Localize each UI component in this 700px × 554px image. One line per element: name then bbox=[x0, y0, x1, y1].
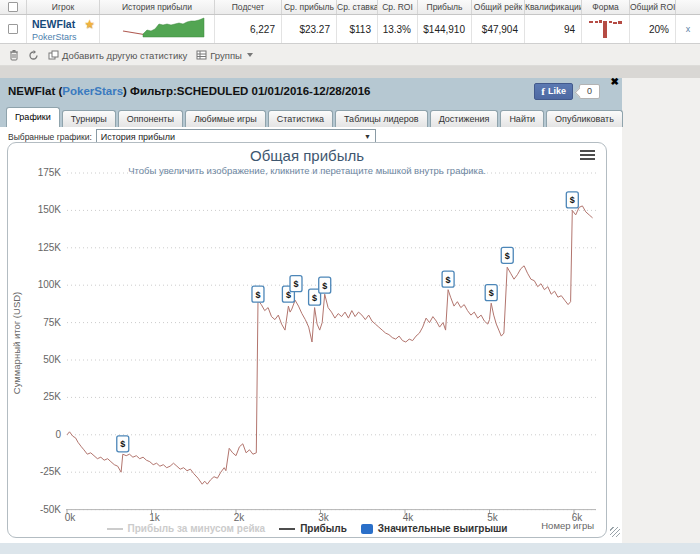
chart-subtitle: Чтобы увеличить изображение, кликните и … bbox=[8, 165, 606, 176]
player-detail-panel: NEWFlat (PokerStars) Фильтр:SCHEDULED 01… bbox=[0, 78, 622, 543]
select-all-checkbox[interactable] bbox=[8, 2, 18, 12]
col-count: Подсчет bbox=[215, 0, 282, 14]
add-statistic-button[interactable]: Добавить другую статистику bbox=[48, 50, 187, 61]
svg-text:Суммарный итог (USD): Суммарный итог (USD) bbox=[11, 292, 22, 394]
svg-text:150K: 150K bbox=[38, 204, 62, 215]
col-actions bbox=[676, 0, 700, 14]
panel-tabbar: ГрафикиТурнирыОппонентыЛюбимые игрыСтати… bbox=[0, 104, 622, 127]
legend-dash-icon bbox=[107, 528, 123, 530]
facebook-f-icon: f bbox=[541, 85, 545, 97]
facebook-like-button[interactable]: f Like bbox=[534, 83, 573, 100]
col-avg-stake: Ср. ставка bbox=[337, 0, 378, 14]
svg-text:-50K: -50K bbox=[40, 504, 61, 515]
svg-text:3k: 3k bbox=[318, 512, 330, 523]
col-qualifications: Квалификации bbox=[525, 0, 582, 14]
col-total-roi: Общий ROI bbox=[630, 0, 676, 14]
tab-5[interactable]: Статистика bbox=[268, 110, 333, 127]
col-total-rake: Общий рейк bbox=[472, 0, 525, 14]
close-panel-button[interactable]: ✖ bbox=[611, 76, 619, 87]
svg-text:1k: 1k bbox=[149, 512, 161, 523]
like-count-bubble: 0 bbox=[579, 84, 600, 99]
col-player: Игрок bbox=[27, 0, 100, 14]
remove-row-link[interactable]: x bbox=[676, 15, 700, 43]
svg-text:0k: 0k bbox=[65, 512, 77, 523]
svg-text:100K: 100K bbox=[38, 279, 62, 290]
select-all-cell bbox=[0, 0, 27, 14]
legend-item-1[interactable]: Прибыль за минусом рейка bbox=[107, 523, 266, 534]
resize-handle[interactable] bbox=[610, 527, 620, 537]
favorite-star-icon[interactable]: ★ bbox=[84, 17, 95, 31]
svg-text:125K: 125K bbox=[38, 242, 62, 253]
col-avg-roi: Ср. ROI bbox=[378, 0, 418, 14]
groups-caret-icon bbox=[247, 53, 253, 57]
tab-3[interactable]: Оппоненты bbox=[118, 110, 183, 127]
avg-roi-value: 13.3% bbox=[378, 15, 418, 43]
player-site: PokerStars bbox=[32, 32, 99, 42]
col-profit: Прибыль bbox=[418, 0, 472, 14]
trash-icon bbox=[9, 49, 19, 61]
tab-4[interactable]: Любимые игры bbox=[185, 110, 266, 127]
row-checkbox[interactable] bbox=[8, 24, 18, 34]
total-rake-value: $47,904 bbox=[472, 15, 525, 43]
total-roi-value: 20% bbox=[630, 15, 676, 43]
stats-table-header: Игрок История прибыли Подсчет Ср. прибыл… bbox=[0, 0, 700, 15]
chart-type-selected-value: История прибыли bbox=[101, 132, 175, 142]
groups-icon bbox=[196, 50, 207, 60]
col-form: Форма bbox=[582, 0, 630, 14]
profit-value: $144,910 bbox=[418, 15, 472, 43]
add-statistic-label: Добавить другую статистику bbox=[62, 50, 187, 61]
legend-square-icon bbox=[361, 524, 373, 534]
svg-text:75K: 75K bbox=[43, 317, 61, 328]
select-dropdown-arrow-icon: ▼ bbox=[364, 133, 371, 140]
like-label: Like bbox=[548, 86, 566, 96]
svg-text:-25K: -25K bbox=[40, 466, 61, 477]
stats-toolbar: Добавить другую статистику Группы bbox=[0, 45, 700, 66]
chart-context-menu-button[interactable] bbox=[580, 150, 595, 162]
selected-charts-label: Выбранные графики: bbox=[8, 132, 92, 142]
panel-titlebar: NEWFlat (PokerStars) Фильтр:SCHEDULED 01… bbox=[0, 78, 622, 104]
col-profit-history: История прибыли bbox=[100, 0, 215, 14]
qualifications-value: 94 bbox=[525, 15, 582, 43]
tab-9[interactable]: Опубликовать bbox=[546, 110, 623, 127]
svg-text:5k: 5k bbox=[487, 512, 499, 523]
delete-button[interactable] bbox=[9, 49, 19, 61]
avg-stake-value: $113 bbox=[337, 15, 378, 43]
chart-plot-area[interactable] bbox=[67, 173, 596, 510]
profit-history-sparkline[interactable] bbox=[107, 16, 207, 42]
legend-item-3[interactable]: Значительные выигрыши bbox=[361, 523, 508, 534]
refresh-icon bbox=[28, 50, 39, 61]
panel-title-site[interactable]: PokerStars bbox=[62, 85, 123, 97]
refresh-button[interactable] bbox=[28, 50, 39, 61]
svg-text:50K: 50K bbox=[43, 354, 61, 365]
player-stats-table: Игрок История прибыли Подсчет Ср. прибыл… bbox=[0, 0, 700, 44]
svg-text:2k: 2k bbox=[234, 512, 246, 523]
svg-text:25K: 25K bbox=[43, 391, 61, 402]
xaxis-title: Номер игры bbox=[541, 520, 594, 531]
separator-band bbox=[0, 66, 700, 78]
legend-dash-icon bbox=[279, 528, 295, 530]
legend-label: Значительные выигрыши bbox=[378, 523, 508, 534]
tab-2[interactable]: Турниры bbox=[62, 110, 116, 127]
svg-text:4k: 4k bbox=[403, 512, 415, 523]
page-bottom-strip bbox=[0, 543, 700, 554]
profit-chart: 175K150K125K100K75K50K25K0-25K-50K0k1k2k… bbox=[7, 142, 607, 538]
facebook-like-widget: f Like 0 bbox=[534, 83, 600, 100]
panel-content: Выбранные графики: История прибыли ▼ 175… bbox=[0, 127, 622, 543]
form-sparkline bbox=[588, 16, 624, 42]
avg-profit-value: $23.27 bbox=[282, 15, 337, 43]
chart-title: Общая прибыль bbox=[8, 147, 606, 164]
tab-7[interactable]: Достижения bbox=[430, 110, 499, 127]
count-value: 6,227 bbox=[215, 15, 282, 43]
tab-8[interactable]: Найти bbox=[500, 110, 544, 127]
legend-label: Прибыль bbox=[300, 523, 347, 534]
tab-1[interactable]: Графики bbox=[6, 107, 60, 127]
tab-6[interactable]: Таблицы лидеров bbox=[335, 110, 428, 127]
add-statistic-icon bbox=[48, 50, 59, 61]
groups-button[interactable]: Группы bbox=[196, 50, 253, 61]
legend-label: Прибыль за минусом рейка bbox=[128, 523, 266, 534]
groups-label: Группы bbox=[210, 50, 242, 61]
table-row: NEWFlat PokerStars ★ 6,227 $23.27 $113 1… bbox=[0, 15, 700, 44]
player-cell: NEWFlat PokerStars ★ bbox=[27, 15, 100, 43]
legend-item-2[interactable]: Прибыль bbox=[279, 523, 347, 534]
col-avg-profit: Ср. прибыль bbox=[282, 0, 337, 14]
